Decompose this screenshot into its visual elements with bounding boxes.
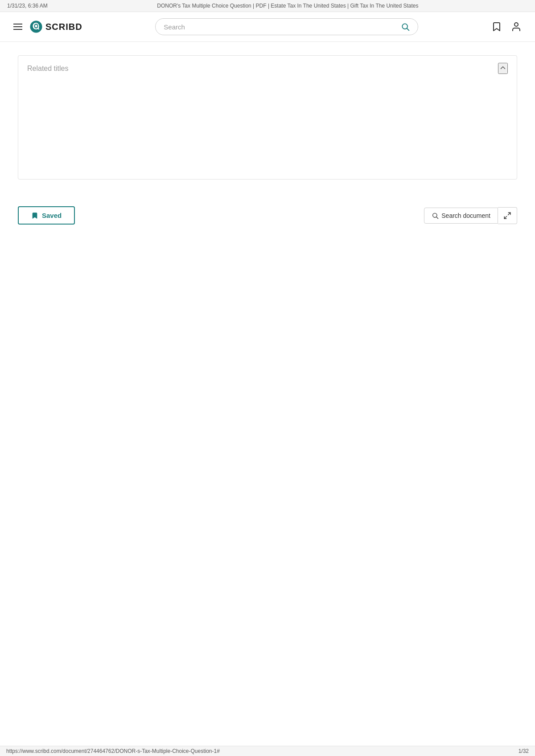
bookmark-filled-icon bbox=[31, 212, 38, 219]
account-icon bbox=[511, 21, 522, 32]
hamburger-menu-button[interactable] bbox=[13, 24, 22, 30]
bottom-toolbar: Saved Search document bbox=[0, 202, 535, 229]
search-container bbox=[155, 18, 418, 35]
hamburger-icon bbox=[13, 24, 22, 30]
related-titles-section: Related titles bbox=[18, 55, 517, 180]
browser-timestamp: 1/31/23, 6:36 AM bbox=[7, 3, 48, 9]
saved-label: Saved bbox=[42, 212, 62, 219]
browser-page-count: 1/32 bbox=[519, 748, 529, 754]
nav-right bbox=[491, 21, 522, 32]
scribd-logo-text: SCRIBD bbox=[45, 22, 82, 32]
svg-line-5 bbox=[436, 217, 438, 219]
fullscreen-button[interactable] bbox=[498, 207, 517, 224]
browser-bottom-bar: https://www.scribd.com/document/27446476… bbox=[0, 746, 535, 756]
fullscreen-icon bbox=[503, 212, 511, 220]
bookmark-button[interactable] bbox=[491, 21, 502, 32]
search-document-button[interactable]: Search document bbox=[424, 208, 498, 224]
browser-url: https://www.scribd.com/document/27446476… bbox=[6, 748, 220, 754]
account-button[interactable] bbox=[511, 21, 522, 32]
related-titles-label: Related titles bbox=[27, 65, 69, 73]
search-document-area: Search document bbox=[424, 207, 517, 224]
search-submit-button[interactable] bbox=[401, 22, 410, 31]
nav-left: SCRIBD bbox=[13, 20, 82, 33]
browser-top-bar: 1/31/23, 6:36 AM DONOR's Tax Multiple Ch… bbox=[0, 0, 535, 12]
scribd-logo[interactable]: SCRIBD bbox=[29, 20, 82, 33]
search-document-label: Search document bbox=[441, 212, 490, 219]
bookmark-icon bbox=[491, 21, 502, 32]
search-icon bbox=[401, 22, 410, 31]
search-document-icon bbox=[432, 212, 439, 219]
related-titles-body bbox=[18, 81, 517, 179]
search-input[interactable] bbox=[164, 23, 401, 31]
svg-point-3 bbox=[514, 23, 518, 26]
browser-page-title: DONOR's Tax Multiple Choice Question | P… bbox=[48, 3, 528, 9]
collapse-related-titles-button[interactable] bbox=[498, 63, 508, 74]
main-content: Related titles bbox=[0, 42, 535, 202]
related-titles-header: Related titles bbox=[18, 56, 517, 81]
chevron-up-icon bbox=[499, 64, 507, 72]
search-bar bbox=[155, 18, 418, 35]
svg-line-2 bbox=[407, 29, 409, 31]
navbar: SCRIBD bbox=[0, 12, 535, 42]
svg-line-6 bbox=[508, 212, 510, 215]
saved-button[interactable]: Saved bbox=[18, 206, 75, 225]
scribd-logo-icon bbox=[29, 20, 43, 33]
svg-line-7 bbox=[504, 216, 506, 218]
